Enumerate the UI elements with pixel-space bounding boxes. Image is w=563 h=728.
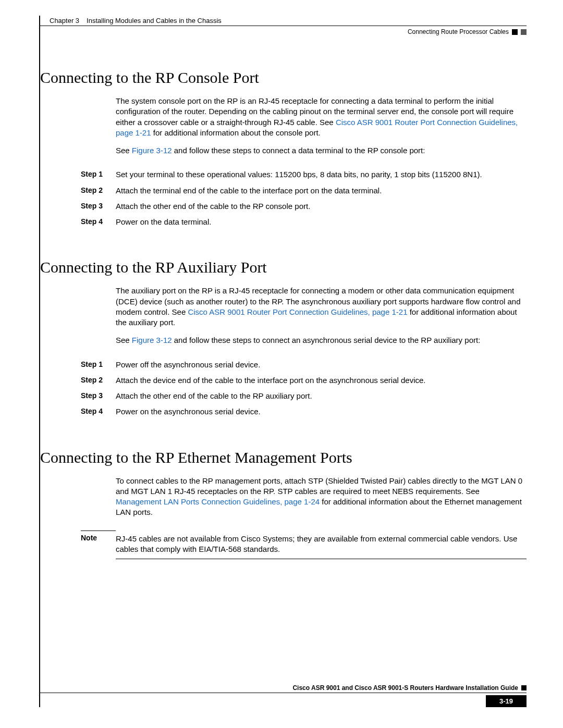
- section-heading-aux: Connecting to the RP Auxiliary Port: [40, 258, 527, 276]
- running-header: Chapter 3 Installing Modules and Cables …: [40, 16, 527, 26]
- step-text: Attach the terminal end of the cable to …: [116, 186, 527, 196]
- step-label: Step 3: [81, 391, 116, 401]
- page-footer: Cisco ASR 9001 and Cisco ASR 9001-S Rout…: [40, 684, 527, 707]
- intro-block: To connect cables to the RP management p…: [116, 476, 527, 518]
- step-label: Step 1: [81, 360, 116, 370]
- paragraph: To connect cables to the RP management p…: [116, 476, 527, 518]
- page-content: Connecting to the RP Console Port The sy…: [40, 69, 527, 559]
- chapter-number: Chapter 3: [50, 17, 79, 24]
- link-mgmt-guidelines[interactable]: Management LAN Ports Connection Guidelin…: [116, 497, 320, 506]
- step-row: Step 3Attach the other end of the cable …: [81, 201, 527, 212]
- footer-bar: 3-19: [40, 695, 527, 707]
- step-label: Step 2: [81, 186, 116, 196]
- step-row: Step 4Power on the asynchronous serial d…: [81, 406, 527, 417]
- step-text: Attach the other end of the cable to the…: [116, 201, 527, 212]
- decorative-square-icon: [521, 685, 527, 690]
- chapter-title: Installing Modules and Cables in the Cha…: [87, 17, 222, 24]
- step-row: Step 1Set your terminal to these operati…: [81, 169, 527, 180]
- link-figure[interactable]: Figure 3-12: [132, 336, 172, 344]
- paragraph: See Figure 3-12 and follow these steps t…: [116, 335, 527, 346]
- page-number: 3-19: [486, 695, 527, 707]
- step-text: Attach the device end of the cable to th…: [116, 375, 527, 386]
- note-label: Note: [81, 530, 116, 543]
- step-row: Step 2Attach the device end of the cable…: [81, 375, 527, 386]
- intro-block: The auxiliary port on the RP is a RJ-45 …: [116, 286, 527, 346]
- steps-console: Step 1Set your terminal to these operati…: [81, 169, 527, 227]
- step-row: Step 3Attach the other end of the cable …: [81, 391, 527, 401]
- section-heading-console: Connecting to the RP Console Port: [40, 69, 527, 87]
- step-text: Power on the asynchronous serial device.: [116, 406, 527, 417]
- step-text: Attach the other end of the cable to the…: [116, 391, 527, 401]
- paragraph: The system console port on the RP is an …: [116, 96, 527, 138]
- step-label: Step 4: [81, 406, 116, 417]
- step-text: Power off the asynchronous serial device…: [116, 360, 527, 370]
- header-subsection: Connecting Route Processor Cables: [40, 26, 527, 38]
- footer-guide-title: Cisco ASR 9001 and Cisco ASR 9001-S Rout…: [40, 684, 527, 693]
- note-text: RJ-45 cables are not available from Cisc…: [116, 534, 527, 560]
- intro-block: The system console port on the RP is an …: [116, 96, 527, 156]
- link-port-guidelines[interactable]: Cisco ASR 9001 Router Port Connection Gu…: [188, 307, 407, 316]
- step-label: Step 4: [81, 217, 116, 227]
- step-text: Set your terminal to these operational v…: [116, 169, 527, 180]
- link-figure[interactable]: Figure 3-12: [132, 146, 172, 155]
- step-row: Step 4Power on the data terminal.: [81, 217, 527, 227]
- paragraph: See Figure 3-12 and follow these steps t…: [116, 145, 527, 156]
- paragraph: The auxiliary port on the RP is a RJ-45 …: [116, 286, 527, 328]
- step-label: Step 2: [81, 375, 116, 386]
- section-heading-eth: Connecting to the RP Ethernet Management…: [40, 449, 527, 466]
- note-block: Note RJ-45 cables are not available from…: [81, 534, 527, 560]
- step-row: Step 2Attach the terminal end of the cab…: [81, 186, 527, 196]
- decorative-square-icon: [512, 29, 518, 35]
- decorative-square-icon: [521, 29, 527, 35]
- steps-aux: Step 1Power off the asynchronous serial …: [81, 360, 527, 417]
- step-row: Step 1Power off the asynchronous serial …: [81, 360, 527, 370]
- step-label: Step 1: [81, 169, 116, 180]
- subsection-name: Connecting Route Processor Cables: [408, 28, 509, 35]
- step-label: Step 3: [81, 201, 116, 212]
- step-text: Power on the data terminal.: [116, 217, 527, 227]
- page-frame: Chapter 3 Installing Modules and Cables …: [39, 16, 527, 707]
